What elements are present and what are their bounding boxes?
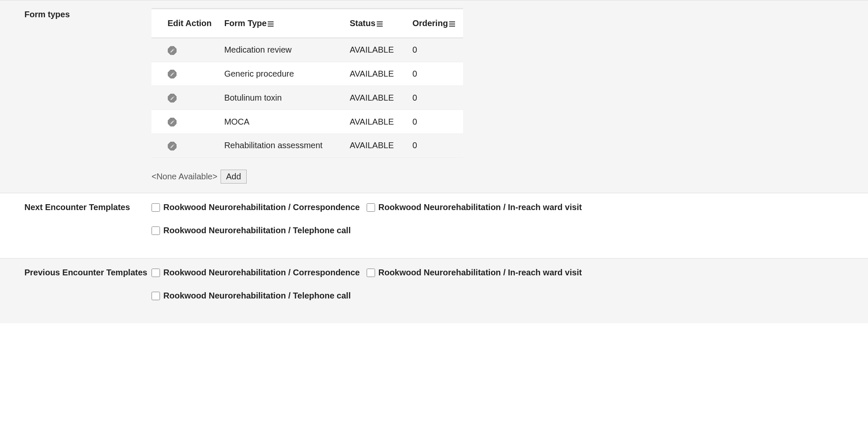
cell-ordering: 0: [408, 133, 463, 157]
form-types-table: Edit Action Form Type Status Ordering M: [152, 9, 463, 158]
edit-icon[interactable]: [168, 46, 177, 55]
cell-status: AVAILABLE: [346, 62, 408, 86]
previous-encounter-templates-label: Previous Encounter Templates: [0, 258, 152, 323]
next-template-label[interactable]: Rookwood Neurorehabilitation / Telephone…: [163, 226, 351, 235]
next-encounter-templates-content: Rookwood Neurorehabilitation / Correspon…: [152, 193, 868, 258]
cell-form-type: Medication review: [220, 38, 346, 62]
form-types-section: Form types Edit Action Form Type Status: [0, 0, 868, 193]
table-row: Botulinum toxinAVAILABLE0: [152, 86, 463, 110]
cell-ordering: 0: [408, 110, 463, 134]
prev-template-label[interactable]: Rookwood Neurorehabilitation / Telephone…: [163, 291, 351, 301]
add-form-type-button[interactable]: Add: [221, 170, 247, 184]
cell-status: AVAILABLE: [346, 86, 408, 110]
next-template-item: Rookwood Neurorehabilitation / Correspon…: [152, 203, 360, 212]
edit-icon[interactable]: [168, 69, 177, 79]
cell-status: AVAILABLE: [346, 110, 408, 134]
col-header-edit-action-text: Edit Action: [168, 19, 212, 28]
table-row: Rehabilitation assessmentAVAILABLE0: [152, 133, 463, 157]
next-template-checkbox[interactable]: [367, 203, 375, 212]
form-types-content: Edit Action Form Type Status Ordering M: [152, 0, 868, 193]
col-header-ordering-text: Ordering: [413, 19, 448, 28]
sort-icon: [267, 21, 274, 27]
next-encounter-templates-list: Rookwood Neurorehabilitation / Correspon…: [152, 201, 860, 249]
table-row: Generic procedureAVAILABLE0: [152, 62, 463, 86]
prev-template-item: Rookwood Neurorehabilitation / Correspon…: [152, 268, 360, 277]
prev-template-checkbox[interactable]: [152, 269, 160, 277]
table-row: Medication reviewAVAILABLE0: [152, 38, 463, 62]
cell-form-type: Rehabilitation assessment: [220, 133, 346, 157]
form-types-table-wrap: Edit Action Form Type Status Ordering M: [152, 8, 463, 158]
prev-template-label[interactable]: Rookwood Neurorehabilitation / Correspon…: [163, 268, 360, 277]
col-header-form-type-text: Form Type: [224, 19, 267, 28]
cell-form-type: Botulinum toxin: [220, 86, 346, 110]
cell-status: AVAILABLE: [346, 133, 408, 157]
next-template-checkbox[interactable]: [152, 226, 160, 235]
next-encounter-templates-label: Next Encounter Templates: [0, 193, 152, 258]
col-header-status-text: Status: [350, 19, 375, 28]
previous-encounter-templates-list: Rookwood Neurorehabilitation / Correspon…: [152, 266, 860, 314]
cell-ordering: 0: [408, 62, 463, 86]
col-header-form-type[interactable]: Form Type: [220, 9, 346, 38]
cell-form-type: MOCA: [220, 110, 346, 134]
prev-template-checkbox[interactable]: [367, 269, 375, 277]
prev-template-item: Rookwood Neurorehabilitation / Telephone…: [152, 291, 351, 301]
form-types-label: Form types: [0, 0, 152, 193]
prev-template-label[interactable]: Rookwood Neurorehabilitation / In-reach …: [378, 268, 582, 277]
next-template-label[interactable]: Rookwood Neurorehabilitation / Correspon…: [163, 203, 360, 212]
next-template-label[interactable]: Rookwood Neurorehabilitation / In-reach …: [378, 203, 582, 212]
col-header-edit-action[interactable]: Edit Action: [152, 9, 220, 38]
next-template-checkbox[interactable]: [152, 203, 160, 212]
prev-template-item: Rookwood Neurorehabilitation / In-reach …: [367, 268, 582, 277]
add-form-type-placeholder: <None Available>: [152, 172, 217, 181]
previous-encounter-templates-content: Rookwood Neurorehabilitation / Correspon…: [152, 258, 868, 323]
col-header-status[interactable]: Status: [346, 9, 408, 38]
sort-icon: [376, 21, 383, 27]
cell-form-type: Generic procedure: [220, 62, 346, 86]
table-row: MOCAAVAILABLE0: [152, 110, 463, 134]
next-template-item: Rookwood Neurorehabilitation / In-reach …: [367, 203, 582, 212]
col-header-ordering[interactable]: Ordering: [408, 9, 463, 38]
cell-status: AVAILABLE: [346, 38, 408, 62]
edit-icon[interactable]: [168, 141, 177, 151]
previous-encounter-templates-section: Previous Encounter Templates Rookwood Ne…: [0, 258, 868, 323]
sort-icon: [449, 21, 455, 27]
prev-template-checkbox[interactable]: [152, 292, 160, 300]
cell-ordering: 0: [408, 38, 463, 62]
cell-ordering: 0: [408, 86, 463, 110]
next-encounter-templates-section: Next Encounter Templates Rookwood Neuror…: [0, 193, 868, 258]
add-form-type-row: <None Available> Add: [152, 170, 860, 184]
next-template-item: Rookwood Neurorehabilitation / Telephone…: [152, 226, 351, 235]
edit-icon[interactable]: [168, 117, 177, 127]
edit-icon[interactable]: [168, 93, 177, 103]
